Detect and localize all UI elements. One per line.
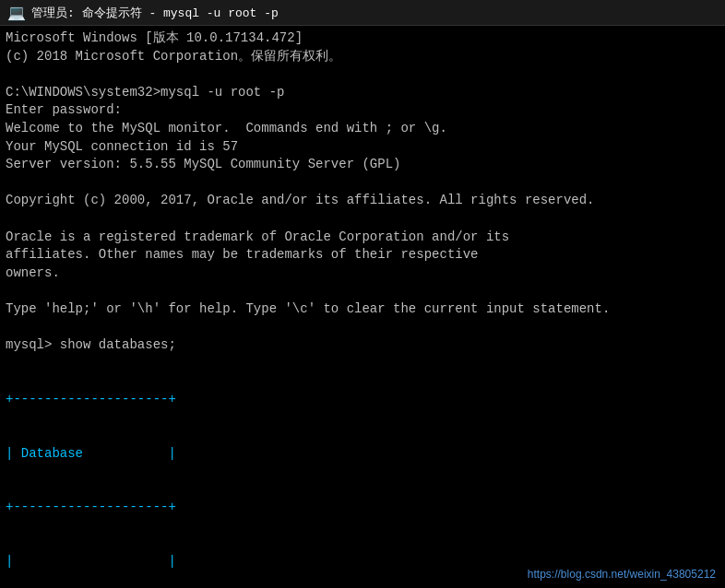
console-line-5: Welcome to the MySQL monitor. Commands e…: [6, 120, 719, 138]
console-line-7: Server version: 5.5.55 MySQL Community S…: [6, 156, 719, 174]
console-line-help: Type 'help;' or '\h' for help. Type '\c'…: [6, 300, 719, 319]
console-line-oracle-3: owners.: [6, 265, 719, 283]
console-line-4: Enter password:: [6, 101, 719, 120]
console-line-blank-3: [6, 210, 719, 229]
title-bar: 💻 管理员: 命令提示符 - mysql -u root -p: [0, 0, 725, 26]
console-area: Microsoft Windows [版本 10.0.17134.472] (c…: [0, 26, 725, 588]
table-top-border: +--------------------+: [6, 391, 719, 409]
console-line-blank-5: [6, 319, 719, 337]
console-line-3: C:\WINDOWS\system32>mysql -u root -p: [6, 84, 719, 102]
console-line-6: Your MySQL connection id is 57: [6, 138, 719, 157]
console-line-copyright: Copyright (c) 2000, 2017, Oracle and/or …: [6, 192, 719, 210]
db-table: +--------------------+ | Database | +---…: [6, 355, 719, 588]
console-line-1: Microsoft Windows [版本 10.0.17134.472]: [6, 29, 719, 48]
table-header: | Database |: [6, 445, 719, 464]
title-bar-label: 管理员: 命令提示符 - mysql -u root -p: [31, 5, 279, 21]
console-line-show: mysql> show databases;: [6, 336, 719, 355]
console-line-blank-1: [6, 65, 719, 84]
cmd-icon: 💻: [7, 4, 26, 22]
watermark: https://blog.csdn.net/weixin_43805212: [528, 568, 716, 581]
console-line-blank-4: [6, 282, 719, 300]
console-line-blank-2: [6, 174, 719, 193]
console-line-oracle-1: Oracle is a registered trademark of Orac…: [6, 229, 719, 247]
console-line-2: (c) 2018 Microsoft Corporation。保留所有权利。: [6, 48, 719, 66]
console-line-oracle-2: affiliates. Other names may be trademark…: [6, 246, 719, 265]
table-separator: +--------------------+: [6, 499, 719, 517]
